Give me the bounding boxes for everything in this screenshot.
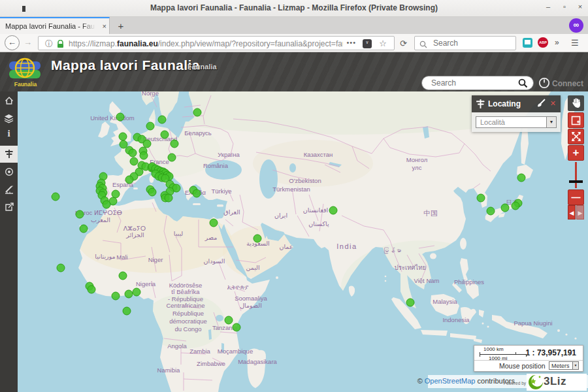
map-marker[interactable]	[171, 140, 178, 148]
map-marker[interactable]	[233, 323, 240, 331]
bookmark-star-icon[interactable]: ☆	[379, 39, 387, 48]
browser-search-bar[interactable]	[414, 36, 516, 50]
zoom-slider-handle[interactable]	[569, 180, 583, 183]
map-marker[interactable]	[165, 194, 172, 202]
locating-panel-header[interactable]: Locating ✕	[472, 95, 561, 112]
pocket-icon[interactable]: ᵛ	[363, 39, 372, 48]
map-marker[interactable]	[76, 210, 84, 218]
osm-link[interactable]: OpenStreetMap	[425, 377, 476, 385]
maximize-button[interactable]: ▫	[559, 3, 570, 10]
history-back-button[interactable]: ◀	[568, 205, 576, 220]
tab-bar: Mappa lavori Faunalia - Faunali × + ∞	[0, 17, 588, 34]
reload-button[interactable]: ⟳	[400, 39, 407, 48]
sidebar-item-share[interactable]	[0, 199, 18, 216]
chevron-down-icon[interactable]: ▼	[546, 117, 556, 127]
map-marker[interactable]	[103, 201, 110, 208]
adblock-icon[interactable]: ABP	[538, 37, 548, 48]
svg-text:ประเทศไทย: ประเทศไทย	[395, 264, 426, 271]
map-marker[interactable]	[129, 149, 137, 157]
page-actions-icon[interactable]: •••	[346, 39, 356, 46]
map-marker[interactable]	[125, 290, 133, 298]
sidebar-item-geolocate[interactable]	[0, 164, 18, 181]
sidebar-item-locating[interactable]	[0, 146, 18, 163]
map-marker[interactable]	[161, 131, 169, 139]
locating-close-icon[interactable]: ✕	[550, 99, 556, 108]
map-marker[interactable]	[143, 140, 151, 148]
map-marker[interactable]	[193, 108, 201, 116]
threeliz-logo[interactable]: 3Liz	[527, 374, 587, 391]
map-marker[interactable]	[52, 193, 59, 201]
chevron-down-icon[interactable]: ▼	[572, 362, 578, 369]
save-extension-icon[interactable]	[523, 38, 532, 48]
map-marker[interactable]	[125, 176, 133, 184]
history-forward-button[interactable]: ▶	[576, 205, 584, 220]
overflow-icon[interactable]: »	[555, 38, 559, 47]
clear-brush-icon[interactable]	[535, 98, 546, 112]
map-marker[interactable]	[123, 307, 131, 315]
site-info-icon[interactable]: ⓘ	[45, 39, 53, 50]
map-marker[interactable]	[517, 174, 525, 182]
connect-power-icon[interactable]	[538, 77, 550, 91]
map-search-icon[interactable]	[518, 78, 528, 91]
map-marker[interactable]	[146, 122, 154, 130]
map-marker[interactable]	[133, 288, 140, 296]
map-marker[interactable]	[120, 140, 127, 148]
map-marker[interactable]	[116, 113, 124, 121]
map-marker[interactable]	[140, 152, 148, 159]
map-marker[interactable]	[210, 219, 218, 227]
sidebar-item-layers[interactable]	[0, 110, 18, 127]
forward-button[interactable]: →	[24, 37, 32, 47]
zoom-in-button[interactable]: +	[568, 145, 584, 161]
map-marker[interactable]	[406, 299, 414, 306]
map-marker[interactable]	[512, 202, 519, 210]
browser-search-input[interactable]	[432, 38, 510, 48]
map-marker[interactable]	[487, 207, 495, 215]
sidebar-item-home[interactable]	[0, 93, 18, 110]
new-tab-button[interactable]: +	[115, 20, 127, 31]
map-search-input[interactable]	[430, 78, 515, 88]
window-titlebar: Mappa lavori Faunalia - Faunalia - Lizma…	[0, 0, 588, 17]
zoom-box-button[interactable]	[568, 112, 584, 128]
zoom-slider-track[interactable]	[575, 162, 577, 188]
map-marker[interactable]	[112, 292, 120, 300]
map-marker[interactable]	[477, 194, 485, 202]
svg-text:Philippines: Philippines	[454, 278, 484, 286]
map-marker[interactable]	[119, 272, 127, 280]
units-select-value: Meters	[551, 363, 570, 369]
svg-text:Монгол: Монгол	[406, 156, 427, 163]
units-select[interactable]: Meters ▼	[549, 361, 579, 370]
sidebar-item-info[interactable]: i	[0, 128, 18, 145]
back-button[interactable]: ←	[5, 35, 20, 50]
sidebar-item-measure[interactable]	[0, 182, 18, 199]
svg-text:المغرب: المغرب	[91, 216, 110, 223]
svg-text:موريتانيا: موريتانيا	[95, 253, 115, 260]
map-marker[interactable]	[501, 204, 509, 212]
tab-close-icon[interactable]: ×	[103, 22, 106, 30]
map-marker[interactable]	[148, 188, 156, 196]
map-marker[interactable]	[329, 206, 337, 214]
map-marker[interactable]	[168, 154, 176, 161]
hamburger-menu-icon[interactable]: ☰	[571, 38, 579, 48]
pan-tool-button[interactable]	[568, 95, 584, 111]
map-marker[interactable]	[119, 133, 127, 140]
map-marker[interactable]	[57, 264, 65, 272]
map-marker[interactable]	[253, 235, 261, 242]
url-bar[interactable]: ⓘ https://lizmap.faunalia.eu/index.php/v…	[38, 36, 395, 50]
zoom-extent-button[interactable]	[568, 129, 584, 144]
svg-text:India: India	[336, 242, 357, 250]
map-marker[interactable]	[193, 189, 201, 197]
map-marker[interactable]	[80, 225, 88, 233]
map-marker[interactable]	[88, 286, 95, 293]
map-marker[interactable]	[225, 316, 233, 324]
minimize-button[interactable]: –	[542, 3, 554, 10]
tab-active[interactable]: Mappa lavori Faunalia - Faunali ×	[0, 17, 110, 34]
map-search-box[interactable]	[421, 76, 534, 90]
map-marker[interactable]	[158, 116, 166, 123]
map-marker[interactable]	[112, 190, 120, 198]
localita-select[interactable]: Località ▼	[476, 116, 557, 128]
copyright-symbol: ©	[417, 377, 423, 385]
map-marker[interactable]	[130, 157, 138, 165]
close-button[interactable]: ×	[574, 3, 586, 10]
connect-button[interactable]: Connect	[552, 79, 583, 88]
zoom-out-button[interactable]: —	[568, 189, 584, 205]
